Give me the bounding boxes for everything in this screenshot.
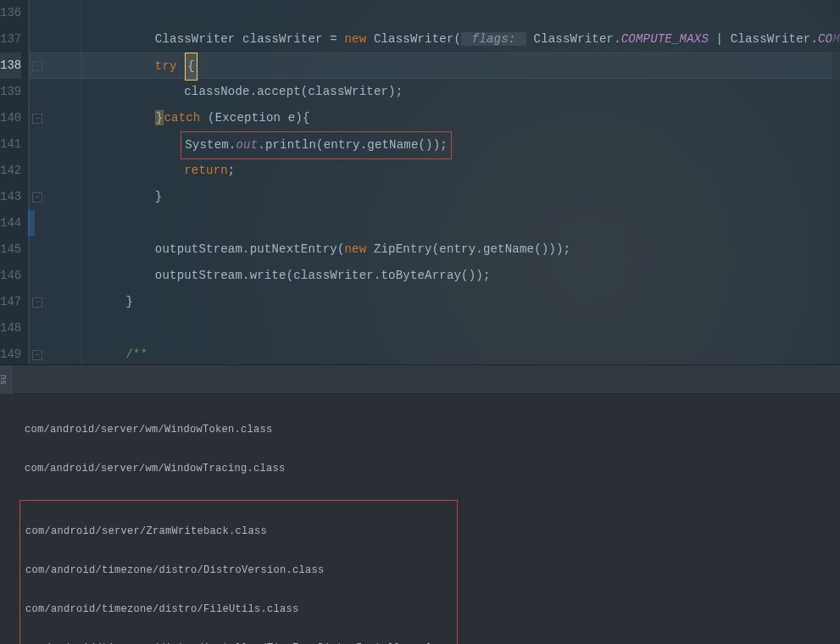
console-line: com/android/timezone/distro/FileUtils.cl… bbox=[25, 600, 452, 619]
semicolon: ; bbox=[440, 138, 448, 152]
code-text bbox=[38, 242, 155, 256]
code-text: classNode.accept(classWriter) bbox=[184, 85, 395, 98]
line-number: 143 bbox=[0, 184, 21, 210]
code-line[interactable] bbox=[30, 210, 840, 236]
code-line[interactable]: }catch (Exception e){ bbox=[30, 105, 840, 131]
highlight-box: com/android/server/ZramWriteback.class c… bbox=[19, 500, 458, 644]
code-text bbox=[38, 164, 184, 177]
code-text: ClassWriter. bbox=[526, 32, 621, 46]
line-number: 148 bbox=[0, 315, 21, 341]
error-stripe[interactable] bbox=[832, 0, 840, 364]
code-line[interactable] bbox=[30, 315, 840, 341]
code-text bbox=[38, 59, 155, 73]
build-output-panel[interactable]: ns com/android/server/wm/WindowToken.cla… bbox=[0, 364, 840, 644]
line-number: 142 bbox=[0, 158, 21, 184]
keyword-try: try bbox=[155, 59, 177, 73]
semicolon: ; bbox=[396, 85, 403, 98]
code-area[interactable]: ClassWriter classWriter = new ClassWrite… bbox=[29, 0, 840, 364]
code-text: outputStream.write(classWriter.toByteArr… bbox=[155, 269, 483, 282]
console-line: com/android/server/wm/WindowToken.class bbox=[25, 420, 828, 440]
caret-brace: { bbox=[185, 53, 197, 80]
code-text: (Exception e){ bbox=[200, 111, 309, 125]
code-text bbox=[38, 269, 155, 282]
code-text bbox=[38, 190, 155, 203]
code-text bbox=[38, 347, 125, 361]
semicolon: ; bbox=[228, 164, 236, 177]
console-line: com/android/timezone/distro/DistroVersio… bbox=[25, 561, 452, 580]
line-number: 146 bbox=[0, 263, 21, 289]
code-text: ClassWriter classWriter = bbox=[155, 32, 345, 46]
parameter-hint: flags: bbox=[461, 32, 526, 46]
code-line[interactable]: outputStream.putNextEntry(new ZipEntry(e… bbox=[30, 236, 840, 263]
highlight-box: System.out.println(entry.getName()); bbox=[181, 131, 452, 159]
semicolon: ; bbox=[483, 269, 491, 282]
code-text bbox=[38, 138, 184, 152]
console-line: com/android/server/ZramWriteback.class bbox=[25, 522, 452, 541]
code-text: } bbox=[155, 190, 163, 203]
keyword-catch: catch bbox=[164, 111, 200, 125]
line-number: 136 bbox=[0, 0, 21, 26]
line-number: 139 bbox=[0, 79, 21, 105]
code-text: .println(entry.getName()) bbox=[258, 138, 440, 152]
code-line[interactable]: ClassWriter classWriter = new ClassWrite… bbox=[30, 26, 840, 53]
code-text: | bbox=[709, 32, 731, 46]
semicolon: ; bbox=[564, 242, 571, 256]
code-text bbox=[38, 85, 184, 98]
code-line[interactable]: return; bbox=[30, 158, 840, 184]
comment: /** bbox=[125, 347, 147, 361]
line-number: 141 bbox=[0, 131, 21, 158]
constant: COMPUTE_MAXS bbox=[621, 32, 709, 46]
code-text bbox=[38, 32, 155, 46]
code-text: ClassWriter( bbox=[366, 32, 461, 46]
code-text: outputStream.putNextEntry( bbox=[155, 242, 345, 256]
console-toolbar[interactable]: ns bbox=[0, 365, 840, 394]
code-line[interactable]: } bbox=[30, 289, 840, 315]
line-number: 140 bbox=[0, 105, 21, 131]
line-number: 144 bbox=[0, 210, 21, 236]
code-text bbox=[38, 111, 155, 125]
code-line[interactable]: System.out.println(entry.getName()); bbox=[30, 131, 840, 158]
code-text bbox=[38, 295, 125, 308]
code-text: ClassWriter. bbox=[731, 32, 818, 46]
console-output[interactable]: com/android/server/wm/WindowToken.class … bbox=[13, 394, 840, 644]
keyword-new: new bbox=[344, 32, 366, 46]
code-line[interactable]: classNode.accept(classWriter); bbox=[30, 79, 840, 105]
code-text: } bbox=[125, 295, 133, 308]
matching-brace: } bbox=[155, 110, 164, 125]
keyword-new: new bbox=[344, 242, 366, 256]
console-line: com/android/timezone/distro/installer/Ti… bbox=[25, 639, 452, 644]
code-text: System. bbox=[185, 138, 236, 152]
line-number-gutter: 136 137 138 139 140 141 142 143 144 145 … bbox=[0, 0, 28, 364]
keyword-return: return bbox=[184, 164, 228, 177]
code-line[interactable] bbox=[30, 0, 840, 26]
console-side-tab[interactable]: ns bbox=[0, 365, 13, 394]
line-number: 145 bbox=[0, 236, 21, 263]
line-number: 138 bbox=[0, 53, 21, 79]
console-line: com/android/server/wm/WindowTracing.clas… bbox=[25, 459, 828, 479]
line-number: 137 bbox=[0, 26, 21, 53]
code-text: ZipEntry(entry.getName())) bbox=[366, 242, 563, 256]
code-editor[interactable]: 136 137 138 139 140 141 142 143 144 145 … bbox=[0, 0, 840, 364]
code-line-active[interactable]: try { bbox=[30, 53, 840, 79]
line-number: 147 bbox=[0, 289, 21, 315]
code-line[interactable]: outputStream.write(classWriter.toByteArr… bbox=[30, 263, 840, 289]
static-field: out bbox=[236, 138, 258, 152]
code-line[interactable]: } bbox=[30, 184, 840, 210]
